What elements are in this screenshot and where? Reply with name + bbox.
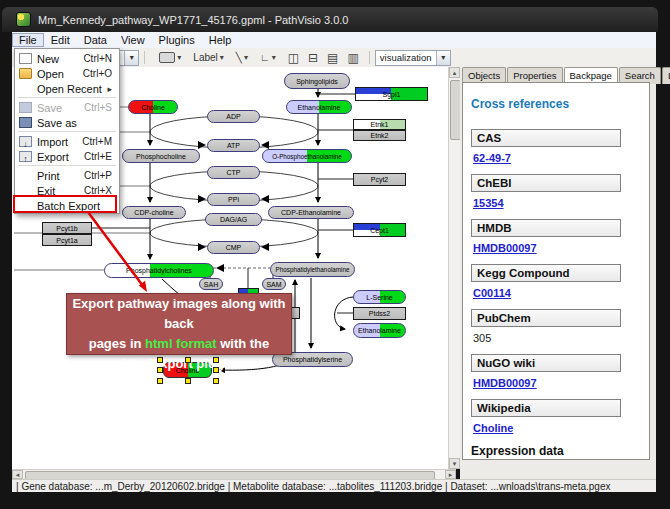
pathway-node-pcyt2[interactable]: Pcyt2: [353, 173, 406, 186]
xref-title: NuGO wiki: [471, 354, 621, 372]
add-label-button[interactable]: Label: [190, 50, 226, 65]
stack-horizontal-button[interactable]: ▥: [347, 51, 358, 65]
connector-tool-button[interactable]: ∟: [257, 50, 279, 65]
pathway-node-cdp-ethanolamine[interactable]: CDP-Ethanolamine: [268, 206, 354, 219]
annotation-callout: Export pathway images along with back pa…: [66, 293, 292, 355]
pathway-node-phosphatidylcholines[interactable]: Phosphatidylcholines: [104, 263, 214, 278]
visualization-value: visualization: [380, 52, 432, 63]
backpage-panel: Cross references CAS 62-49-7 ChEBI 15354…: [462, 82, 650, 460]
pathway-node-phosphatidylethanolamine[interactable]: Phosphatidylethanolamine: [270, 262, 355, 277]
menu-data[interactable]: Data: [77, 33, 114, 47]
menu-item-export[interactable]: Export Ctrl+E: [15, 149, 119, 164]
pathway-node-ethanolamine[interactable]: Ethanolamine: [286, 100, 352, 114]
open-folder-icon: [19, 68, 32, 79]
xref-section-kegg: Kegg Compound C00114: [471, 264, 641, 299]
pathway-node-l-serine[interactable]: L-Serine: [353, 290, 406, 304]
pathway-node-ppi[interactable]: PPi: [207, 193, 260, 206]
pathway-node-sphingolipids[interactable]: Sphingolipids: [284, 73, 350, 89]
datanode-icon: [159, 52, 175, 63]
menu-item-open[interactable]: Open Ctrl+O: [15, 66, 119, 81]
pathway-node-sam[interactable]: SAM: [262, 278, 286, 290]
pathway-node-cdp-choline[interactable]: CDP-choline: [122, 206, 186, 219]
pathway-node-pcyt1a[interactable]: Pcyt1a: [42, 234, 92, 246]
annotation-line1: Export pathway images along with back: [67, 294, 291, 334]
pathway-node-cmp[interactable]: CMP: [207, 241, 260, 254]
save-as-icon: [19, 117, 32, 128]
xref-link[interactable]: C00114: [473, 287, 511, 299]
menu-plugins[interactable]: Plugins: [152, 33, 202, 47]
scroll-up-icon[interactable]: ▴: [449, 67, 460, 78]
xref-section-chebi: ChEBI 15354: [471, 174, 641, 209]
line-tool-button[interactable]: ╲: [233, 50, 251, 65]
menu-item-exit[interactable]: Exit Ctrl+X: [15, 183, 119, 198]
toolbar-separator: [369, 51, 370, 64]
pathway-node-o-phosphoethanolamine[interactable]: O-Phosphoethanolamine: [262, 149, 352, 163]
xref-title: PubChem: [471, 309, 621, 327]
canvas-vertical-scrollbar[interactable]: ▴ ▾: [448, 67, 460, 469]
pathway-node-sgpl1[interactable]: Sgpl1: [355, 87, 428, 101]
pathway-node-atp[interactable]: ATP: [207, 139, 260, 152]
menu-view[interactable]: View: [114, 33, 152, 47]
pathway-node-phosphocholine[interactable]: Phosphocholine: [122, 149, 200, 163]
label-button-text: Label: [193, 52, 217, 63]
menu-file[interactable]: File: [12, 33, 44, 47]
side-panel: Objects Properties Backpage Search Legen…: [460, 67, 656, 479]
pathway-node-etnk2[interactable]: Etnk2: [353, 130, 406, 141]
pathway-node-sah[interactable]: SAH: [199, 278, 223, 290]
pathway-node-ctp[interactable]: CTP: [207, 166, 260, 179]
pathway-node-adp[interactable]: ADP: [207, 110, 260, 123]
xref-title: Kegg Compound: [471, 264, 621, 282]
xref-link[interactable]: HMDB00097: [473, 377, 537, 389]
align-middle-button[interactable]: ⊟: [308, 51, 318, 65]
line-icon: ╲: [236, 52, 242, 63]
xref-link[interactable]: 15354: [473, 197, 504, 209]
chevron-down-icon[interactable]: ▾: [436, 51, 450, 65]
screenshot-frame: Mm_Kennedy_pathway_WP1771_45176.gpml - P…: [0, 0, 670, 509]
canvas-horizontal-scrollbar[interactable]: ◂ ▸: [12, 469, 456, 479]
annotation-highlight: html format: [145, 336, 217, 351]
xref-section-nugo: NuGO wiki HMDB00097: [471, 354, 641, 389]
menu-item-open-recent[interactable]: Open Recent ▸: [15, 81, 119, 96]
xref-link[interactable]: Choline: [473, 422, 513, 434]
selection-handles[interactable]: [157, 357, 219, 384]
xref-title: ChEBI: [471, 174, 621, 192]
menu-item-save[interactable]: Save Ctrl+S: [15, 100, 119, 115]
menu-edit[interactable]: Edit: [44, 33, 77, 47]
xref-link[interactable]: 62-49-7: [473, 152, 511, 164]
menu-item-print[interactable]: Print Ctrl+P: [15, 168, 119, 183]
menu-item-save-as[interactable]: Save as: [15, 115, 119, 130]
pathway-node-cept1[interactable]: Cept1: [353, 223, 406, 237]
menu-item-batch-export[interactable]: Batch Export: [15, 198, 119, 214]
pathway-node-ptdss2[interactable]: Ptdss2: [353, 307, 406, 320]
xref-section-hmdb: HMDB HMDB00097: [471, 219, 641, 254]
pathway-node-dag-ag[interactable]: DAG/AG: [205, 213, 262, 226]
xref-section-cas: CAS 62-49-7: [471, 129, 641, 164]
xref-title: CAS: [471, 129, 621, 147]
menu-item-new[interactable]: New Ctrl+N: [15, 51, 119, 66]
xref-section-wikipedia: Wikipedia Choline: [471, 399, 641, 434]
export-icon: [19, 151, 32, 162]
visualization-combobox[interactable]: visualization ▾: [375, 50, 451, 66]
menu-separator: [18, 165, 116, 166]
window-titlebar: Mm_Kennedy_pathway_WP1771_45176.gpml - P…: [2, 7, 658, 32]
cross-references-heading: Cross references: [471, 97, 641, 111]
menubar: File Edit Data View Plugins Help: [12, 32, 656, 49]
tab-legend[interactable]: Legend: [662, 67, 670, 84]
toolbar-separator: [144, 51, 145, 64]
scroll-left-icon[interactable]: ◂: [12, 470, 23, 479]
add-datanode-button[interactable]: [156, 50, 184, 65]
pathway-node-pcyt1b[interactable]: Pcyt1b: [42, 222, 92, 234]
menu-help[interactable]: Help: [202, 33, 239, 47]
menu-item-import[interactable]: Import Ctrl+M: [15, 134, 119, 149]
pathway-node-etnk1[interactable]: Etnk1: [353, 119, 406, 130]
chevron-down-icon[interactable]: ▾: [124, 51, 138, 65]
scroll-right-icon[interactable]: ▸: [445, 470, 456, 479]
align-center-button[interactable]: ◫: [288, 51, 299, 65]
xref-title: Wikipedia: [471, 399, 621, 417]
pathway-node-choline[interactable]: Choline: [128, 100, 178, 114]
stack-vertical-button[interactable]: ▤: [327, 51, 338, 65]
menu-separator: [18, 131, 116, 132]
pathway-node-ethanolamine[interactable]: Ethanolamine: [353, 323, 406, 338]
scroll-down-icon[interactable]: ▾: [449, 458, 460, 469]
xref-link[interactable]: HMDB00097: [473, 242, 537, 254]
